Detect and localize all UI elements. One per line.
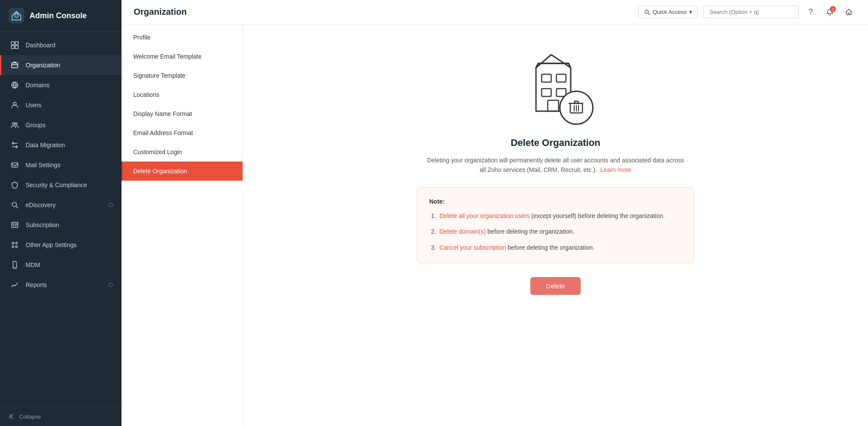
sidebar-item-label: Users	[26, 102, 42, 109]
mdm-icon	[10, 260, 20, 270]
note-item-3: 3. Cancel your subscription before delet…	[429, 243, 682, 252]
ediscovery-icon	[10, 200, 20, 210]
sidebar-item-mail-settings[interactable]: Mail Settings	[0, 155, 122, 175]
svg-rect-21	[542, 74, 551, 82]
migration-icon	[10, 140, 20, 150]
sidebar-item-other-app-settings[interactable]: Other App Settings	[0, 235, 122, 255]
sidebar-item-domains[interactable]: Domains	[0, 75, 122, 95]
sidebar-item-mdm[interactable]: MDM	[0, 255, 122, 275]
collapse-icon	[9, 413, 16, 420]
page-title: Organization	[134, 7, 638, 17]
delete-description: Deleting your organization will permanen…	[425, 155, 686, 175]
learn-more-link[interactable]: Learn more	[600, 166, 631, 173]
organization-icon	[10, 60, 20, 70]
svg-point-17	[16, 246, 17, 248]
note-item-1: 1. Delete all your organization users (e…	[429, 211, 682, 221]
delete-users-link[interactable]: Delete all your organization users	[440, 212, 530, 219]
svg-point-20	[645, 10, 648, 13]
sidebar-item-label: Dashboard	[26, 42, 56, 49]
chevron-down-icon: ▾	[689, 9, 692, 15]
apps-icon	[10, 240, 20, 250]
sidebar-navigation: Dashboard Organization Domains Users	[0, 32, 122, 406]
delete-organization-illustration	[512, 42, 599, 129]
collapse-label: Collapse	[19, 413, 41, 420]
sidebar-item-ediscovery[interactable]: eDiscovery ⬡	[0, 195, 122, 215]
svg-rect-4	[11, 46, 14, 49]
cancel-subscription-link[interactable]: Cancel your subscription	[440, 244, 506, 251]
svg-point-14	[12, 242, 14, 244]
sidebar-item-label: Other App Settings	[26, 241, 77, 248]
shield-icon	[10, 180, 20, 190]
sidebar-item-label: Subscription	[26, 221, 59, 228]
app-logo-icon	[9, 8, 24, 23]
sidebar-item-label: Security & Compliance	[26, 182, 87, 188]
sidebar-collapse-button[interactable]: Collapse	[0, 406, 122, 426]
search-input[interactable]	[703, 6, 799, 18]
search-icon	[644, 9, 650, 15]
note-box: Note: 1. Delete all your organization us…	[417, 187, 694, 263]
subscription-icon	[10, 220, 20, 230]
sidebar-item-label: eDiscovery	[26, 201, 56, 208]
note-item-1-text: (except yourself) before deleting the or…	[531, 212, 664, 219]
sidebar-item-label: Reports	[26, 281, 47, 288]
sidebar-item-label: MDM	[26, 261, 40, 268]
svg-rect-3	[15, 42, 18, 45]
globe-icon	[10, 80, 20, 90]
sub-nav-profile[interactable]: Profile	[122, 28, 243, 47]
sidebar-item-label: Mail Settings	[26, 162, 60, 168]
home-icon	[845, 8, 853, 16]
main-area: Organization Quick Access ▾ ? 1 Prof	[122, 0, 868, 426]
sidebar-item-label: Domains	[26, 82, 49, 89]
topbar-actions: Quick Access ▾ ? 1	[638, 5, 856, 19]
note-item-2: 2. Delete domain(s) before deleting the …	[429, 227, 682, 236]
svg-rect-13	[12, 222, 18, 228]
reports-icon	[10, 280, 20, 290]
group-icon	[10, 120, 20, 130]
sub-nav-display-name-format[interactable]: Display Name Format	[122, 104, 243, 123]
sidebar-item-dashboard[interactable]: Dashboard	[0, 35, 122, 55]
delete-button[interactable]: Delete	[530, 277, 580, 295]
sidebar-item-users[interactable]: Users	[0, 95, 122, 115]
sidebar-item-label: Data Migration	[26, 142, 65, 149]
sidebar-header: Admin Console	[0, 0, 122, 32]
svg-rect-25	[548, 100, 559, 111]
mail-icon	[10, 160, 20, 170]
sidebar-item-groups[interactable]: Groups	[0, 115, 122, 135]
topbar: Organization Quick Access ▾ ? 1	[122, 0, 868, 24]
sub-nav-delete-organization[interactable]: Delete Organization	[122, 162, 243, 181]
note-label: Note:	[429, 198, 682, 205]
help-button[interactable]: ?	[804, 5, 818, 19]
user-icon	[10, 100, 20, 110]
note-item-2-text: before deleting the organization.	[487, 228, 574, 235]
quick-access-button[interactable]: Quick Access ▾	[638, 6, 698, 18]
dashboard-icon	[10, 40, 20, 50]
svg-rect-0	[9, 8, 24, 23]
svg-rect-22	[556, 74, 566, 82]
external-link-icon-reports: ⬡	[108, 282, 113, 288]
sidebar-item-data-migration[interactable]: Data Migration	[0, 135, 122, 155]
svg-rect-23	[542, 89, 551, 96]
note-list: 1. Delete all your organization users (e…	[429, 211, 682, 252]
sidebar-item-organization[interactable]: Organization	[0, 55, 122, 75]
sidebar: Admin Console Dashboard Organization Dom…	[0, 0, 122, 426]
delete-domains-link[interactable]: Delete domain(s)	[440, 228, 486, 235]
content-area: Profile Welcome Email Template Signature…	[122, 24, 868, 426]
sidebar-item-reports[interactable]: Reports ⬡	[0, 275, 122, 295]
sub-nav-welcome-email-template[interactable]: Welcome Email Template	[122, 47, 243, 66]
sub-nav-signature-template[interactable]: Signature Template	[122, 66, 243, 85]
sidebar-item-security-compliance[interactable]: Security & Compliance	[0, 175, 122, 195]
notification-button[interactable]: 1	[823, 5, 837, 19]
svg-rect-5	[15, 46, 18, 49]
svg-point-15	[16, 242, 17, 244]
svg-rect-6	[12, 63, 18, 68]
sub-nav-customized-login[interactable]: Customized Login	[122, 142, 243, 162]
sub-nav-locations[interactable]: Locations	[122, 85, 243, 104]
sub-nav-email-address-format[interactable]: Email Address Format	[122, 123, 243, 142]
note-item-3-text: before deleting the organization.	[508, 244, 595, 251]
delete-organization-title: Delete Organization	[511, 137, 601, 149]
sidebar-item-subscription[interactable]: Subscription	[0, 215, 122, 235]
svg-rect-24	[556, 89, 566, 96]
home-button[interactable]	[842, 5, 856, 19]
notification-badge: 1	[830, 6, 836, 12]
external-link-icon: ⬡	[108, 202, 113, 208]
